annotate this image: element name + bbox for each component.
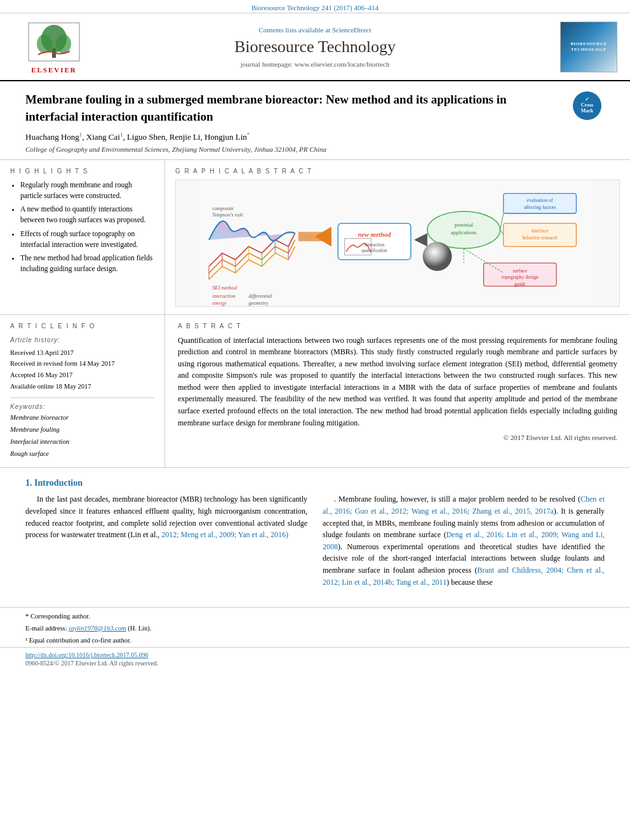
svg-point-4 <box>37 34 52 53</box>
crossmark-text: ✓CrossMark <box>581 97 594 114</box>
equal-contribution-footnote: ¹ Equal contribution and co-first author… <box>25 636 605 646</box>
journal-title: Bioresource Technology <box>95 37 535 57</box>
article-title-section: ✓CrossMark Membrane fouling in a submerg… <box>0 81 630 160</box>
list-item: Rough surface <box>10 448 154 460</box>
info-divider <box>10 397 154 398</box>
list-item: Interfacial interaction <box>10 436 154 448</box>
graphical-abstract-column: G R A P H I C A L A B S T R A C T <box>165 160 630 314</box>
crossmark-badge[interactable]: ✓CrossMark <box>573 91 605 123</box>
svg-text:affecting factors: affecting factors <box>524 204 556 210</box>
article-info-column: A R T I C L E I N F O Article history: R… <box>0 315 165 468</box>
highlights-graphical-section: H I G H L I G H T S Regularly rough memb… <box>0 160 630 315</box>
keywords-list: Membrane bioreactor Membrane fouling Int… <box>10 412 154 460</box>
author-name-1: Huachang Hong <box>25 133 79 142</box>
intro-para-1: In the last past decades, membrane biore… <box>25 493 307 540</box>
author-name-4: Renjie Li <box>170 133 201 142</box>
svg-text:geometry: geometry <box>249 300 269 305</box>
science-direct-link[interactable]: ScienceDirect <box>332 26 372 34</box>
list-item: Effects of rough surface topography on i… <box>20 229 154 251</box>
email-footnote: E-mail address: jaylin1978@163.com (H. L… <box>25 623 605 634</box>
main-content-section: 1. Introduction In the last past decades… <box>0 468 630 602</box>
list-item: The new method had broad application fie… <box>20 253 154 275</box>
elsevier-wordmark: ELSEVIER <box>31 66 77 74</box>
svg-text:topography design: topography design <box>502 274 539 280</box>
svg-text:evaluation of: evaluation of <box>527 197 553 203</box>
author-affiliation: College of Geography and Environmental S… <box>25 145 605 153</box>
footer-left: http://dx.doi.org/10.1016/j.biortech.201… <box>25 651 158 667</box>
issn-text: 0960-8524/© 2017 Elsevier Ltd. All right… <box>25 660 158 667</box>
journal-citation-bar: Bioresource Technology 241 (2017) 406–41… <box>0 0 630 13</box>
received-date: Received 13 April 2017 <box>10 347 154 359</box>
svg-text:interaction: interaction <box>365 243 384 248</box>
abstract-label: A B S T R A C T <box>178 323 617 330</box>
elsevier-tree-icon <box>25 20 83 64</box>
science-direct-info: Contents lists available at ScienceDirec… <box>95 26 535 34</box>
svg-text:SEI method: SEI method <box>212 284 237 290</box>
svg-text:Simpson's rule: Simpson's rule <box>212 212 243 218</box>
article-info-abstract-section: A R T I C L E I N F O Article history: R… <box>0 315 630 469</box>
svg-point-43 <box>423 241 452 270</box>
svg-text:interface: interface <box>531 228 549 234</box>
highlights-label: H I G H L I G H T S <box>10 168 154 175</box>
doi-link[interactable]: http://dx.doi.org/10.1016/j.biortech.201… <box>25 651 158 658</box>
svg-text:quantification: quantification <box>361 248 387 253</box>
available-date: Available online 18 May 2017 <box>10 381 154 392</box>
svg-text:surface: surface <box>513 267 528 273</box>
highlights-list: Regularly rough membrane and rough parti… <box>10 180 154 275</box>
svg-text:new method: new method <box>358 230 392 237</box>
list-item: A new method to quantify interactions be… <box>20 204 154 226</box>
intro-col-2: . Membrane fouling, however, is still a … <box>323 493 605 592</box>
svg-point-5 <box>56 34 71 53</box>
journal-homepage: journal homepage: www.elsevier.com/locat… <box>95 60 535 68</box>
email-link[interactable]: jaylin1978@163.com <box>69 625 126 632</box>
author-name-2: Xiang Cai <box>86 133 120 142</box>
journal-cover-image: BIORESOURCE TECHNOLOGY <box>560 22 617 72</box>
author-name-3: Liguo Shen <box>127 133 165 142</box>
authors-line: Huachang Hong1, Xiang Cai1, Liguo Shen, … <box>25 131 605 142</box>
journal-header: ELSEVIER Contents lists available at Sci… <box>0 13 630 81</box>
page-footer: http://dx.doi.org/10.1016/j.biortech.201… <box>0 647 630 670</box>
list-item: Membrane fouling <box>10 424 154 436</box>
revised-date: Received in revised form 14 May 2017 <box>10 358 154 370</box>
svg-rect-33 <box>504 193 577 213</box>
abstract-column: A B S T R A C T Quantification of interf… <box>165 315 630 468</box>
footnotes-section: * Corresponding author. E-mail address: … <box>0 607 630 645</box>
svg-text:differential: differential <box>249 293 272 299</box>
graphical-abstract-svg: composite Simpson's rule SEI method inte… <box>176 180 619 306</box>
intro-col-1: In the last past decades, membrane biore… <box>25 493 307 592</box>
article-history: Article history: Received 13 April 2017 … <box>10 335 154 392</box>
article-info-label: A R T I C L E I N F O <box>10 323 154 330</box>
keywords-label: Keywords: <box>10 403 154 410</box>
history-label: Article history: <box>10 335 154 345</box>
list-item: Membrane bioreactor <box>10 412 154 424</box>
intro-para-2: . Membrane fouling, however, is still a … <box>323 493 605 588</box>
svg-text:guide: guide <box>514 281 526 286</box>
section-title-introduction: 1. Introduction <box>25 478 605 488</box>
svg-text:energy: energy <box>212 300 227 305</box>
citation-text: Bioresource Technology 241 (2017) 406–41… <box>251 4 379 11</box>
list-item: Regularly rough membrane and rough parti… <box>20 180 154 202</box>
reference-link[interactable]: 2012; Meng et al., 2009; Yan et al., 201… <box>161 530 288 539</box>
author-name-5: Hongjun Lin <box>204 133 247 142</box>
svg-text:applications: applications <box>451 230 476 236</box>
highlights-column: H I G H L I G H T S Regularly rough memb… <box>0 160 165 314</box>
elsevier-logo-section: ELSEVIER <box>13 20 95 74</box>
svg-text:composite: composite <box>212 205 234 211</box>
journal-header-center: Contents lists available at ScienceDirec… <box>95 26 535 68</box>
keywords-section: Keywords: Membrane bioreactor Membrane f… <box>10 403 154 460</box>
graphical-abstract-image: composite Simpson's rule SEI method inte… <box>175 180 620 307</box>
svg-rect-23 <box>298 232 332 241</box>
accepted-date: Accepted 16 May 2017 <box>10 370 154 381</box>
article-title: Membrane fouling in a submerged membrane… <box>25 91 605 125</box>
abstract-text: Quantification of interfacial interactio… <box>178 335 617 429</box>
svg-text:potential: potential <box>455 222 474 227</box>
copyright-text: © 2017 Elsevier Ltd. All rights reserved… <box>178 434 617 441</box>
svg-text:interaction: interaction <box>212 293 236 299</box>
graphical-abstract-label: G R A P H I C A L A B S T R A C T <box>175 168 620 175</box>
cover-title-text: BIORESOURCE TECHNOLOGY <box>570 41 607 52</box>
journal-cover-section: BIORESOURCE TECHNOLOGY <box>535 22 617 72</box>
svg-text:behavior research: behavior research <box>522 234 557 240</box>
corresponding-footnote: * Corresponding author. <box>25 611 605 622</box>
introduction-two-columns: In the last past decades, membrane biore… <box>25 493 605 592</box>
